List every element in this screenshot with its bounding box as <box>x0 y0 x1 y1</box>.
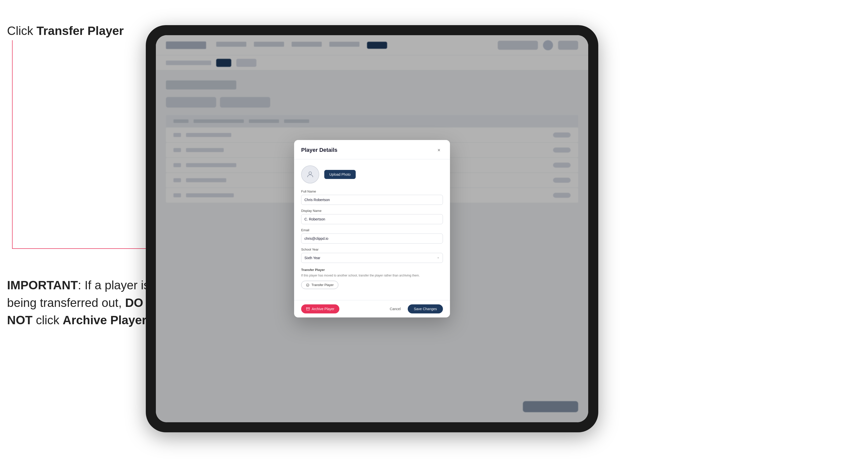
full-name-input[interactable] <box>301 195 443 205</box>
archive-btn-label: Archive Player <box>312 307 334 311</box>
modal-title: Player Details <box>301 147 337 153</box>
transfer-player-section: Transfer Player If this player has moved… <box>301 268 443 289</box>
modal-header: Player Details × <box>294 140 450 159</box>
full-name-label: Full Name <box>301 189 443 193</box>
transfer-player-description: If this player has moved to another scho… <box>301 273 443 278</box>
arrow-horizontal <box>12 248 153 249</box>
photo-avatar <box>301 165 319 184</box>
cancel-button[interactable]: Cancel <box>386 304 405 313</box>
modal-body: Upload Photo Full Name Display Name <box>294 159 450 300</box>
instruction-top: Click Transfer Player <box>7 24 124 38</box>
transfer-player-label: Transfer Player <box>301 268 443 272</box>
instruction-bottom: IMPORTANT: If a player isbeing transferr… <box>7 277 150 329</box>
instruction-prefix: Click <box>7 24 36 37</box>
archive-icon <box>306 307 310 311</box>
school-year-group: School Year First Year Second Year Third… <box>301 248 443 263</box>
display-name-group: Display Name <box>301 209 443 224</box>
transfer-icon <box>306 283 309 287</box>
important-label: IMPORTANT <box>7 279 78 292</box>
transfer-player-button[interactable]: Transfer Player <box>301 281 338 289</box>
email-label: Email <box>301 228 443 232</box>
svg-point-0 <box>309 172 312 175</box>
user-icon <box>306 170 314 179</box>
photo-upload-row: Upload Photo <box>301 165 443 184</box>
tablet-frame: Player Details × Upload Photo <box>146 25 598 432</box>
modal-footer: Archive Player Cancel Save Changes <box>294 300 450 317</box>
svg-rect-1 <box>306 308 310 308</box>
full-name-group: Full Name <box>301 189 443 205</box>
email-group: Email <box>301 228 443 244</box>
transfer-btn-label: Transfer Player <box>311 283 334 287</box>
display-name-input[interactable] <box>301 214 443 224</box>
archive-player-button[interactable]: Archive Player <box>301 304 339 313</box>
modal-close-button[interactable]: × <box>435 146 443 154</box>
save-changes-button[interactable]: Save Changes <box>408 304 443 313</box>
arrow-vertical <box>12 40 12 249</box>
display-name-label: Display Name <box>301 209 443 213</box>
school-year-label: School Year <box>301 248 443 251</box>
school-year-select[interactable]: First Year Second Year Third Year Fourth… <box>301 253 443 263</box>
modal-overlay: Player Details × Upload Photo <box>156 35 588 422</box>
upload-photo-button[interactable]: Upload Photo <box>324 170 356 179</box>
email-input[interactable] <box>301 234 443 244</box>
player-details-modal[interactable]: Player Details × Upload Photo <box>294 140 450 317</box>
instruction-bold: Transfer Player <box>36 24 124 37</box>
tablet-screen: Player Details × Upload Photo <box>156 35 588 422</box>
